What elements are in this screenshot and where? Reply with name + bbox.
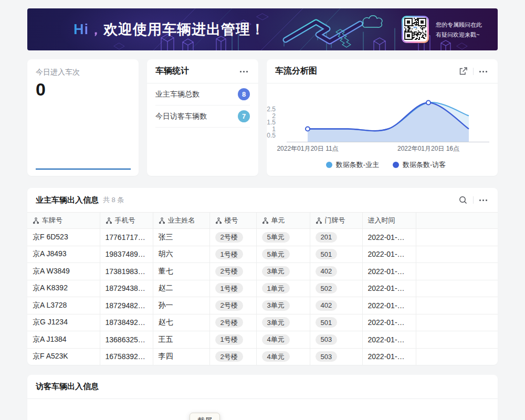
- column-header-车牌号[interactable]: 车牌号: [27, 213, 100, 229]
- more-menu-icon[interactable]: [478, 66, 489, 77]
- cell-building: 1号楼: [209, 280, 256, 297]
- cell-tag: 3单元: [262, 300, 290, 311]
- cell-time: 2022-01-…: [362, 348, 416, 365]
- summary-card-title: 车辆统计: [155, 66, 189, 77]
- cell-empty: [416, 314, 498, 331]
- cell-name: 李四: [153, 348, 209, 365]
- column-header-label: 门牌号: [325, 216, 345, 225]
- consultant-qr-code[interactable]: [402, 16, 429, 43]
- cell-empty: [416, 280, 498, 297]
- svg-text:2022年01月20日 11点: 2022年01月20日 11点: [277, 145, 338, 152]
- cell-time: 2022-01-…: [362, 246, 416, 263]
- cell-unit: 1单元: [256, 280, 310, 297]
- cell-name: 赵七: [153, 314, 209, 331]
- cell-door: 501: [310, 246, 362, 263]
- more-menu-icon[interactable]: [478, 194, 489, 206]
- cell-door: 503: [310, 331, 362, 349]
- owner-vehicle-table-card: 业主车辆出入信息 共 8 条 车牌号手机号业主姓名楼号单元门牌号进入时间: [27, 188, 498, 365]
- cell-building: 2号楼: [209, 297, 256, 314]
- cell-tag: 1号楼: [215, 283, 243, 293]
- svg-text:2: 2: [272, 112, 276, 120]
- banner-title: Hi，欢迎使用车辆进出管理！: [74, 20, 265, 39]
- cell-building: 2号楼: [209, 348, 256, 365]
- vehicle-summary-card: 车辆统计 业主车辆总数8今日访客车辆数7: [147, 59, 258, 176]
- cell-building: 2号楼: [209, 263, 256, 280]
- search-icon[interactable]: [457, 194, 469, 206]
- cell-plate: 京F A523K: [27, 348, 100, 365]
- cell-empty: [416, 246, 498, 263]
- cell-empty: [416, 331, 498, 349]
- cell-phone: 17761717…: [100, 229, 153, 246]
- cell-time: 2022-01-…: [362, 314, 416, 331]
- divider: [473, 196, 474, 204]
- column-header-门牌号[interactable]: 门牌号: [310, 213, 362, 229]
- cell-phone: 18729482…: [100, 297, 153, 314]
- table-row[interactable]: 京A J138413686325…王五1号楼4单元5032022-01-…: [27, 331, 498, 349]
- qr-caption-line2: 有疑问欢迎来戳~: [436, 30, 482, 40]
- cell-plate: 京G J1234: [27, 314, 100, 331]
- cell-tag: 502: [316, 283, 338, 293]
- table-row[interactable]: 京F A523K16758392…李四2号楼4单元5032022-01-…: [27, 348, 498, 365]
- stat-chart-axis: [36, 169, 131, 170]
- screenshot-tooltip-button[interactable]: 截屏: [190, 413, 220, 420]
- column-header-label: 单元: [271, 216, 285, 225]
- column-header-label: 楼号: [225, 216, 238, 225]
- table-row[interactable]: 京A J849319837489…胡六1号楼5单元5012022-01-…: [27, 246, 498, 263]
- column-header-业主姓名[interactable]: 业主姓名: [153, 213, 209, 229]
- cell-building: 1号楼: [209, 246, 256, 263]
- cell-unit: 4单元: [256, 348, 310, 365]
- qr-caption: 您的专属顾问在此 有疑问欢迎来戳~: [436, 20, 482, 40]
- svg-text:1: 1: [272, 125, 276, 133]
- cell-name: 董七: [153, 263, 209, 280]
- cell-unit: 3单元: [256, 263, 310, 280]
- column-header-label: 手机号: [115, 216, 135, 225]
- traffic-line-chart[interactable]: 0.511.522.52022年01月20日 11点2022年01月20日 16…: [267, 83, 498, 175]
- cell-building: 1号楼: [209, 331, 256, 349]
- cell-tag: 3单元: [262, 266, 290, 277]
- cell-tag: 5单元: [262, 249, 290, 259]
- stat-label: 今日进入车次: [36, 68, 130, 77]
- cell-building: 2号楼: [209, 229, 256, 246]
- table-row[interactable]: 京A W384917381983…董七2号楼3单元4022022-01-…: [27, 263, 498, 280]
- field-link-icon: [316, 217, 322, 224]
- summary-item: 今日访客车辆数7: [155, 106, 250, 128]
- owners-table-count: 共 8 条: [103, 195, 124, 205]
- svg-text:0.5: 0.5: [267, 132, 276, 139]
- cell-name: 赵二: [153, 280, 209, 297]
- owners-table-title: 业主车辆出入信息: [36, 195, 99, 205]
- qr-code-icon: [403, 17, 427, 41]
- column-header-empty: [416, 213, 498, 229]
- column-header-手机号[interactable]: 手机号: [100, 213, 153, 229]
- more-menu-icon[interactable]: [238, 66, 250, 77]
- table-row[interactable]: 京A L372818729482…孙一2号楼3单元4022022-01-…: [27, 297, 498, 314]
- column-header-单元[interactable]: 单元: [256, 213, 310, 229]
- column-header-楼号[interactable]: 楼号: [209, 213, 256, 229]
- table-row[interactable]: 京G J123418738492…赵七2号楼3单元5012022-01-…: [27, 314, 498, 331]
- column-header-label: 业主姓名: [168, 216, 195, 225]
- cell-tag: 501: [316, 249, 338, 259]
- cell-door: 502: [310, 280, 362, 297]
- screenshot-tooltip-label: 截屏: [197, 416, 212, 420]
- summary-item-label: 今日访客车辆数: [155, 112, 207, 121]
- cell-door: 201: [310, 229, 362, 246]
- cell-tag: 4单元: [262, 351, 290, 362]
- table-row[interactable]: 京F 6D52317761717…张三2号楼5单元2012022-01-…: [27, 229, 498, 246]
- legend-item[interactable]: 数据条数-业主: [326, 160, 379, 170]
- summary-item-count-badge: 8: [238, 88, 250, 100]
- legend-item[interactable]: 数据条数-访客: [393, 160, 446, 170]
- cell-tag: 2号楼: [215, 266, 243, 277]
- cell-time: 2022-01-…: [362, 229, 416, 246]
- column-header-进入时间[interactable]: 进入时间: [362, 213, 416, 229]
- expand-export-icon[interactable]: [457, 66, 469, 77]
- cell-door: 402: [310, 263, 362, 280]
- qr-caption-line1: 您的专属顾问在此: [436, 20, 482, 30]
- cell-name: 张三: [153, 229, 209, 246]
- cell-tag: 503: [316, 351, 338, 362]
- summary-item-label: 业主车辆总数: [155, 90, 200, 99]
- table-row[interactable]: 京A K839218729438…赵二1号楼1单元5022022-01-…: [27, 280, 498, 297]
- field-link-icon: [106, 217, 112, 224]
- cell-plate: 京F 6D523: [27, 229, 100, 246]
- owners-table: 车牌号手机号业主姓名楼号单元门牌号进入时间 京F 6D52317761717…张…: [27, 212, 498, 365]
- cell-tag: 402: [316, 266, 338, 277]
- cell-time: 2022-01-…: [362, 280, 416, 297]
